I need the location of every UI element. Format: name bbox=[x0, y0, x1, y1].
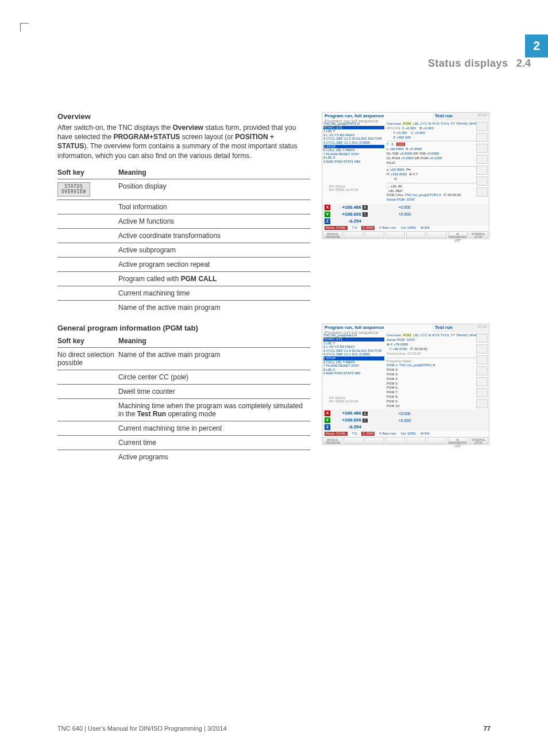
footer-text: TNC 640 | User's Manual for DIN/ISO Prog… bbox=[57, 725, 227, 732]
softkey-blank[interactable] bbox=[365, 231, 384, 238]
table-row: Program called with PGM CALL bbox=[57, 272, 310, 286]
clock-label: 07:23 bbox=[478, 113, 487, 117]
col-softkey: Soft key bbox=[57, 166, 118, 179]
table-row: Active program section repeat bbox=[57, 258, 310, 272]
header-title: Status displays bbox=[428, 57, 508, 69]
mode-title-left: Program run, full sequence Program run f… bbox=[322, 113, 433, 121]
overview-table: Soft key Meaning STATUS OVERVIEW Positio… bbox=[57, 166, 310, 315]
overview-paragraph: After switch-on, the TNC displays the Ov… bbox=[57, 123, 304, 160]
program-path: TNC:\nc_prog\stat1.H bbox=[323, 333, 384, 337]
pgm-heading: General program information (PGM tab) bbox=[57, 324, 310, 332]
softkey-blank[interactable] bbox=[365, 437, 384, 444]
softkey-bar[interactable]: MANUAL TRAVERSE M PARAMETER LIST INTERNA… bbox=[322, 231, 489, 239]
sidebar-icon[interactable] bbox=[476, 333, 488, 343]
sidebar-icon[interactable] bbox=[476, 187, 488, 197]
table-row: No direct selection possible Name of the… bbox=[57, 348, 310, 370]
page-number: 77 bbox=[484, 725, 491, 732]
status-overview-pane: RFNOML X +0.000 B +0.000 Y +0.000 C +0.0… bbox=[387, 126, 488, 202]
col-meaning: Meaning bbox=[118, 335, 310, 348]
softkey-manual-traverse[interactable]: MANUAL TRAVERSE bbox=[323, 437, 342, 444]
table-row: Tool information bbox=[57, 200, 310, 214]
softkey-blank[interactable] bbox=[344, 437, 363, 444]
status-line: Mode: NOML T 5 S 2500 F Rem min Ovr 100%… bbox=[322, 225, 489, 231]
progress-info: 0% X[mm] 0% T[NR] 12 07:24 bbox=[323, 185, 384, 192]
table-row: STATUS OVERVIEW Position display bbox=[57, 179, 310, 200]
softkey-blank[interactable] bbox=[427, 437, 446, 444]
status-tabs[interactable]: Overview PGM LBL CYC M POS TOOL TT TRANS… bbox=[387, 122, 488, 125]
right-sidebar bbox=[476, 333, 488, 408]
softkey-m-parameter-list[interactable]: M PARAMETER LIST bbox=[448, 437, 468, 444]
softkey-blank[interactable] bbox=[427, 231, 446, 238]
table-row: Active subprogram bbox=[57, 243, 310, 258]
crop-mark bbox=[20, 23, 29, 32]
table-row: Active programs bbox=[57, 450, 310, 465]
sidebar-icon[interactable] bbox=[476, 388, 488, 397]
softkey-internal-stop[interactable]: INTERNAL STOP bbox=[469, 437, 488, 444]
col-meaning: Meaning bbox=[118, 166, 310, 179]
col-softkey: Soft key bbox=[57, 335, 118, 348]
right-sidebar bbox=[476, 122, 488, 197]
chapter-tab: 2 bbox=[525, 34, 548, 57]
softkey-m-parameter-list[interactable]: M PARAMETER LIST bbox=[448, 231, 468, 238]
softkey-internal-stop[interactable]: INTERNAL STOP bbox=[469, 231, 488, 238]
table-row: Current machining time bbox=[57, 286, 310, 301]
table-row: Current time bbox=[57, 436, 310, 450]
sidebar-icon[interactable] bbox=[476, 133, 488, 142]
screenshot-overview-status: 07:23 Program run, full sequence Program… bbox=[322, 112, 489, 239]
softkey-bar[interactable]: MANUAL TRAVERSE M PARAMETER LIST INTERNA… bbox=[322, 436, 489, 444]
table-row: Name of the active main program bbox=[57, 301, 310, 315]
status-line: Mode: NOML T 5 S 2500 F Rem min Ovr 100%… bbox=[322, 431, 489, 436]
table-row: Machining time when the program was comp… bbox=[57, 399, 310, 421]
softkey-blank[interactable] bbox=[385, 231, 405, 238]
chapter-number: 2 bbox=[533, 39, 540, 53]
sidebar-icon[interactable] bbox=[476, 176, 488, 186]
table-row: Current machining time in percent bbox=[57, 421, 310, 436]
program-listing: *STAT1 G71 1 LBL T 2 L X3 Y.5 R0 FMAX 3 … bbox=[323, 337, 384, 375]
mode-title-left: Program run, full sequence Program run f… bbox=[322, 324, 433, 332]
table-row: Active M functions bbox=[57, 214, 310, 229]
sidebar-icon[interactable] bbox=[476, 155, 488, 164]
status-tabs[interactable]: Overview PGM LBL CYC M POS TOOL TT TRANS… bbox=[387, 333, 488, 337]
softkey-blank[interactable] bbox=[406, 231, 426, 238]
sidebar-plus-icon[interactable] bbox=[476, 355, 488, 364]
sidebar-icon[interactable] bbox=[476, 399, 488, 408]
status-pgm-pane: Active PGM: STAT ⊕ X +79.0000 Y +40.3750… bbox=[387, 338, 488, 408]
softkey-blank[interactable] bbox=[406, 437, 426, 444]
sidebar-minus-icon[interactable] bbox=[476, 166, 488, 175]
sidebar-icon[interactable] bbox=[476, 366, 488, 375]
sidebar-plus-icon[interactable] bbox=[476, 144, 488, 153]
page-footer: TNC 640 | User's Manual for DIN/ISO Prog… bbox=[57, 725, 491, 732]
sidebar-icon[interactable] bbox=[476, 344, 488, 354]
softkey-manual-traverse[interactable]: MANUAL TRAVERSE bbox=[323, 231, 342, 238]
softkey-status-overview[interactable]: STATUS OVERVIEW bbox=[57, 182, 90, 197]
screenshot-pgm-status: 07:23 Program run, full sequence Program… bbox=[322, 324, 489, 445]
sidebar-minus-icon[interactable] bbox=[476, 377, 488, 386]
table-row: Dwell time counter bbox=[57, 385, 310, 399]
softkey-blank[interactable] bbox=[344, 231, 363, 238]
table-row: Active coordinate transformations bbox=[57, 229, 310, 243]
page-header: Status displays 2.4 bbox=[0, 57, 548, 78]
program-path: TNC:\nc_prog\STAT1.H bbox=[323, 122, 384, 126]
program-listing: *STAT1 G71 1 LBL T 2 L X3 Y.5 R0 FMAX 3 … bbox=[323, 126, 384, 164]
clock-label: 07:23 bbox=[478, 325, 487, 329]
header-section-number: 2.4 bbox=[516, 57, 531, 69]
coordinates-bar: X+100.486A+0.000 Y+100.026C+0.000 Z-0.25… bbox=[322, 204, 489, 225]
overview-heading: Overview bbox=[57, 112, 310, 121]
table-row: Circle center CC (pole) bbox=[57, 370, 310, 385]
softkey-blank[interactable] bbox=[385, 437, 405, 444]
progress-info: 0% X[mm] 0% T[NR] 12 07:24 bbox=[323, 396, 384, 404]
coordinates-bar: X+100.486A+0.000 Y+100.026C+0.000 Z-0.25… bbox=[322, 409, 489, 431]
sidebar-icon[interactable] bbox=[476, 122, 488, 131]
pgm-table: Soft key Meaning No direct selection pos… bbox=[57, 335, 310, 464]
